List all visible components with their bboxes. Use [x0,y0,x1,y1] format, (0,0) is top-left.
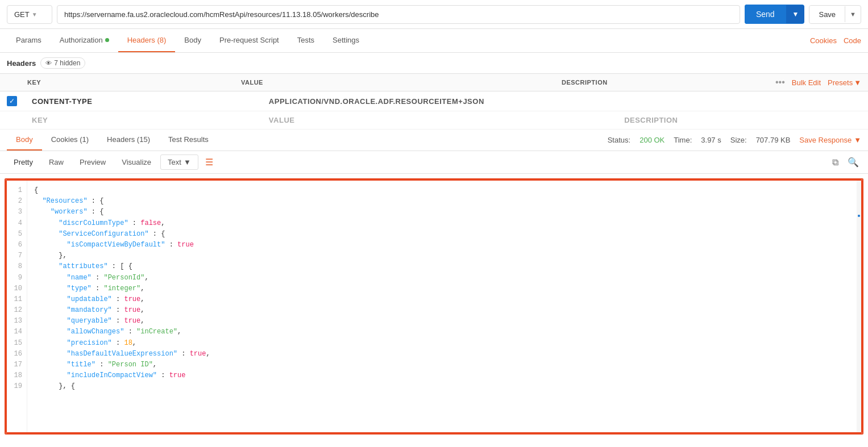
tab-authorization[interactable]: Authorization [51,29,118,52]
line-num-16: 16 [7,349,27,360]
code-wrapper: 1 2 3 4 5 6 7 8 9 10 11 12 13 14 15 16 1… [5,178,863,435]
code-line-9: "name" : "PersonId", [34,273,850,283]
code-area[interactable]: 1 2 3 4 5 6 7 8 9 10 11 12 13 14 15 16 1… [6,179,862,433]
row-check[interactable]: ✓ [7,96,27,106]
row-value[interactable]: application/vnd.oracle.adf.resourceitem+… [269,97,624,106]
presets-label: Presets [828,78,853,87]
code-line-14: "allowChanges" : "inCreate", [34,327,850,337]
code-line-16: "hasDefaultValueExpression" : true, [34,349,850,360]
save-button[interactable]: Save [809,6,845,23]
line-numbers: 1 2 3 4 5 6 7 8 9 10 11 12 13 14 15 16 1… [7,181,27,432]
tab-params[interactable]: Params [7,29,51,52]
save-dropdown-button[interactable]: ▼ [845,6,861,22]
row-key[interactable]: Content-Type [27,97,269,106]
code-line-17: "title" : "Person ID", [34,360,850,370]
authorization-dot [105,38,109,42]
response-tab-bar: Body Cookies (1) Headers (15) Test Resul… [0,129,868,151]
format-tab-pretty[interactable]: Pretty [7,155,40,169]
line-num-15: 15 [7,338,27,349]
time-label: Time: [674,136,692,144]
code-content[interactable]: { "Resources" : { "workers" : { "discrCo… [27,181,857,432]
status-label: Status: [608,136,630,144]
format-tab-preview[interactable]: Preview [73,155,113,169]
response-tab-headers[interactable]: Headers (15) [98,129,159,151]
line-num-9: 9 [7,273,27,283]
empty-key[interactable]: Key [27,116,269,124]
hidden-badge[interactable]: 👁 7 hidden [40,57,85,69]
authorization-label: Authorization [60,36,103,44]
line-num-11: 11 [7,294,27,305]
line-num-13: 13 [7,316,27,327]
bulk-edit-button[interactable]: Bulk Edit [792,78,821,87]
response-status: Status: 200 OK Time: 3.97 s Size: 707.79… [608,136,861,144]
code-line-15: "precision" : 18, [34,338,850,349]
send-dropdown-button[interactable]: ▼ [786,5,805,23]
line-num-10: 10 [7,283,27,294]
table-row: ✓ Content-Type application/vnd.oracle.ad… [0,91,868,111]
format-type-label: Text [168,158,181,166]
line-num-8: 8 [7,261,27,272]
tab-settings[interactable]: Settings [323,29,368,52]
tab-body[interactable]: Body [175,29,210,52]
url-input[interactable] [57,5,740,24]
tab-prerequest[interactable]: Pre-request Script [210,29,288,52]
code-line-19: }, { [34,381,850,392]
empty-value[interactable]: Value [269,116,624,124]
code-line-3: "workers" : { [34,207,850,218]
copy-icon[interactable]: ⧉ [830,156,841,169]
code-line-4: "discrColumnType" : false, [34,218,850,229]
line-num-19: 19 [7,381,27,392]
cookies-link[interactable]: Cookies [810,36,837,45]
request-tab-bar: Params Authorization Headers (8) Body Pr… [0,29,868,53]
presets-button[interactable]: Presets ▼ [828,78,861,87]
response-tab-cookies[interactable]: Cookies (1) [42,129,98,151]
response-tab-body[interactable]: Body [7,129,42,151]
eye-icon: 👁 [45,60,52,66]
empty-description[interactable]: Description [624,116,861,124]
format-tab-visualize[interactable]: Visualize [115,155,158,169]
size-label: Size: [730,136,747,144]
col-desc-header: DESCRIPTION [562,79,775,86]
save-response-chevron-icon: ▼ [854,136,861,144]
code-line-8: "attributes" : [ { [34,261,850,272]
format-type-dropdown[interactable]: Text ▼ [160,154,198,170]
code-link[interactable]: Code [844,36,861,45]
checkmark-icon: ✓ [9,97,15,105]
code-line-12: "mandatory" : true, [34,305,850,316]
scrollbar[interactable] [857,181,861,432]
wrap-lines-icon[interactable]: ☰ [205,157,213,168]
response-size: 707.79 KB [756,136,791,144]
line-num-6: 6 [7,240,27,250]
presets-chevron-icon: ▼ [854,78,861,87]
code-line-7: }, [34,250,850,261]
more-options-icon[interactable]: ••• [775,77,785,87]
line-num-4: 4 [7,218,27,229]
save-response-button[interactable]: Save Response ▼ [799,136,861,144]
line-num-14: 14 [7,327,27,337]
line-num-17: 17 [7,360,27,370]
checkbox-checked[interactable]: ✓ [7,96,17,106]
code-line-5: "ServiceConfiguration" : { [34,229,850,240]
format-tab-raw[interactable]: Raw [42,155,70,169]
line-num-18: 18 [7,370,27,381]
send-button[interactable]: Send [745,5,786,24]
line-num-3: 3 [7,207,27,218]
save-button-group: Save ▼ [809,5,861,24]
code-line-18: "includeInCompactView" : true [34,370,850,381]
tab-headers[interactable]: Headers (8) [118,29,176,52]
tab-tests[interactable]: Tests [288,29,323,52]
col-key-header: KEY [27,79,241,86]
scrollbar-thumb [858,215,860,217]
method-select[interactable]: GET ▼ [7,5,52,24]
format-icons-right: ⧉ 🔍 [830,156,861,169]
search-icon[interactable]: 🔍 [845,156,861,169]
response-tab-test-results[interactable]: Test Results [159,129,218,151]
code-line-6: "isCompactViewByDefault" : true [34,240,850,250]
code-line-2: "Resources" : { [34,196,850,207]
table-empty-row: Key Value Description [0,111,868,129]
table-header: KEY VALUE DESCRIPTION ••• Bulk Edit Pres… [0,74,868,91]
headers-label: Headers [7,59,36,68]
line-num-12: 12 [7,305,27,316]
chevron-down-icon: ▼ [32,11,38,18]
hidden-count: 7 hidden [54,59,80,67]
